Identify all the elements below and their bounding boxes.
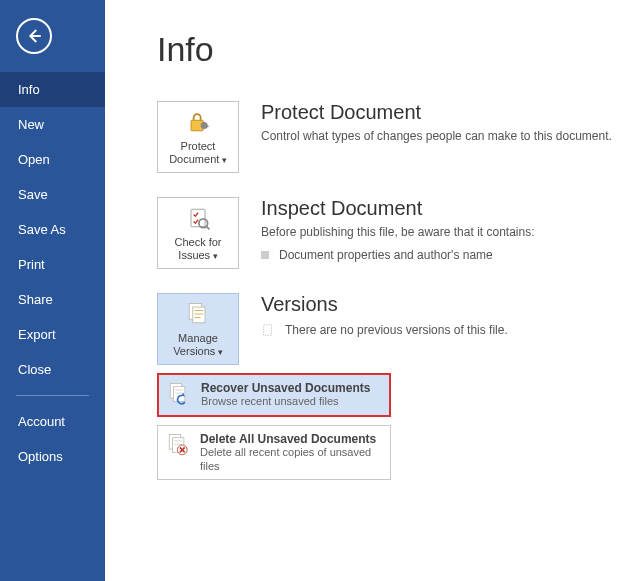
menu-item-title: Delete All Unsaved Documents [200,432,382,446]
inspect-title: Inspect Document [261,197,624,220]
chevron-down-icon: ▾ [215,347,223,357]
page-title: Info [157,30,624,69]
section-versions: ManageVersions ▾ Versions There are no p… [157,293,624,365]
menu-item-title: Recover Unsaved Documents [201,381,370,395]
sidebar-separator [16,395,89,396]
sidebar-item-save-as[interactable]: Save As [0,212,105,247]
versions-title: Versions [261,293,624,316]
sidebar-item-account[interactable]: Account [0,404,105,439]
svg-rect-3 [191,209,205,227]
sidebar-item-options[interactable]: Options [0,439,105,474]
document-delete-icon [166,432,192,458]
section-inspect: Check forIssues ▾ Inspect Document Befor… [157,197,624,269]
svg-rect-2 [203,125,208,127]
sidebar-item-save[interactable]: Save [0,177,105,212]
backstage-sidebar: Info New Open Save Save As Print Share E… [0,0,105,581]
sidebar-item-share[interactable]: Share [0,282,105,317]
back-arrow-icon [25,27,43,45]
main-panel: Info ProtectDocument ▾ Protect Document … [105,0,624,581]
section-protect: ProtectDocument ▾ Protect Document Contr… [157,101,624,173]
sidebar-item-print[interactable]: Print [0,247,105,282]
chevron-down-icon: ▾ [210,251,218,261]
tile-label: Protect [181,140,216,152]
svg-rect-7 [193,307,205,323]
manage-versions-button[interactable]: ManageVersions ▾ [157,293,239,365]
chevron-down-icon: ▾ [219,155,227,165]
tile-label: Check for [174,236,221,248]
versions-desc: There are no previous versions of this f… [285,322,508,339]
inspect-desc: Before publishing this file, be aware th… [261,224,624,241]
sidebar-item-new[interactable]: New [0,107,105,142]
menu-item-desc: Browse recent unsaved files [201,395,370,409]
protect-desc: Control what types of changes people can… [261,128,624,145]
sidebar-item-close[interactable]: Close [0,352,105,387]
svg-line-5 [206,226,210,230]
bullet-icon [261,251,269,259]
protect-title: Protect Document [261,101,624,124]
sidebar-item-info[interactable]: Info [0,72,105,107]
document-icon [261,323,275,337]
svg-rect-8 [264,325,272,336]
inspect-bullet: Document properties and author's name [279,247,493,264]
check-for-issues-button[interactable]: Check forIssues ▾ [157,197,239,269]
back-button[interactable] [16,18,52,54]
delete-all-unsaved-documents-item[interactable]: Delete All Unsaved Documents Delete all … [157,425,391,481]
menu-item-desc: Delete all recent copies of unsaved file… [200,446,382,474]
sidebar-item-open[interactable]: Open [0,142,105,177]
document-recover-icon [167,381,193,407]
checklist-icon [184,204,212,232]
document-stack-icon [184,300,212,328]
sidebar-item-export[interactable]: Export [0,317,105,352]
lock-icon [184,108,212,136]
tile-label: Manage [178,332,218,344]
recover-unsaved-documents-item[interactable]: Recover Unsaved Documents Browse recent … [157,373,391,417]
protect-document-button[interactable]: ProtectDocument ▾ [157,101,239,173]
